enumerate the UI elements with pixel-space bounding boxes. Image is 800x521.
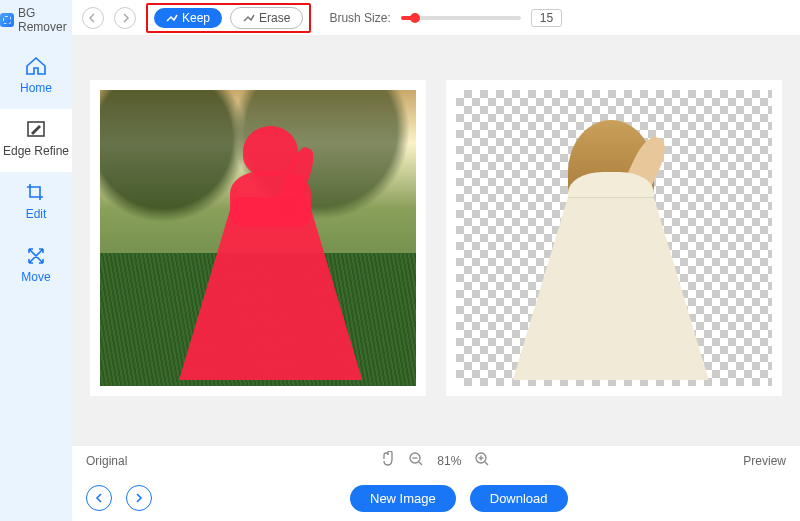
- brush-size-slider-wrap: [401, 16, 521, 20]
- undo-icon: [88, 13, 98, 23]
- keep-label: Keep: [182, 11, 210, 25]
- zoom-out-icon: [409, 452, 423, 466]
- original-image[interactable]: [100, 90, 416, 386]
- brush-size-value[interactable]: 15: [531, 9, 562, 27]
- sidebar-item-home[interactable]: Home: [0, 46, 72, 109]
- keep-mask-overlay: [179, 126, 362, 381]
- next-button[interactable]: [126, 485, 152, 511]
- app-root: BG Remover Home Edge Refine Edit Move: [0, 0, 800, 521]
- sidebar-item-edit[interactable]: Edit: [0, 172, 72, 235]
- zoom-value: 81%: [437, 454, 461, 468]
- brush-size-label: Brush Size:: [329, 11, 390, 25]
- slider-knob[interactable]: [410, 13, 420, 23]
- chevron-right-icon: [135, 493, 143, 503]
- sidebar-item-label: Home: [20, 81, 52, 95]
- erase-brush-icon: [243, 13, 255, 23]
- redo-icon: [120, 13, 130, 23]
- sidebar-item-edge-refine[interactable]: Edge Refine: [0, 109, 72, 172]
- sidebar-item-label: Move: [21, 270, 50, 284]
- redo-button[interactable]: [114, 7, 136, 29]
- undo-button[interactable]: [82, 7, 104, 29]
- brush-size-slider[interactable]: [401, 16, 521, 20]
- erase-button[interactable]: Erase: [230, 7, 303, 29]
- sidebar-item-label: Edge Refine: [3, 144, 69, 158]
- move-icon: [25, 245, 47, 265]
- canvas-area: [72, 36, 800, 445]
- svg-line-5: [485, 462, 488, 465]
- pan-button[interactable]: [381, 451, 395, 470]
- preview-image[interactable]: [456, 90, 772, 386]
- preview-label: Preview: [743, 454, 786, 468]
- prev-button[interactable]: [86, 485, 112, 511]
- original-panel: [90, 80, 426, 396]
- home-icon: [25, 56, 47, 76]
- erase-label: Erase: [259, 11, 290, 25]
- original-label: Original: [86, 454, 127, 468]
- main: Keep Erase Brush Size: 15: [72, 0, 800, 521]
- hand-icon: [381, 451, 395, 467]
- sidebar-item-label: Edit: [26, 207, 47, 221]
- download-button[interactable]: Download: [470, 485, 568, 512]
- brand-label: BG Remover: [18, 6, 72, 34]
- new-image-button[interactable]: New Image: [350, 485, 456, 512]
- crop-icon: [25, 182, 47, 202]
- tool-highlight-annotation: Keep Erase: [146, 3, 311, 33]
- sidebar: BG Remover Home Edge Refine Edit Move: [0, 0, 72, 521]
- zoom-out-button[interactable]: [409, 452, 423, 469]
- zoom-in-button[interactable]: [475, 452, 489, 469]
- preview-subject: [513, 120, 709, 380]
- edge-refine-icon: [25, 119, 47, 139]
- keep-brush-icon: [166, 13, 178, 23]
- zoom-in-icon: [475, 452, 489, 466]
- sidebar-item-move[interactable]: Move: [0, 235, 72, 298]
- brand: BG Remover: [0, 6, 72, 34]
- brand-icon: [0, 13, 14, 27]
- status-bar: Original 81% Preview: [72, 445, 800, 475]
- chevron-left-icon: [95, 493, 103, 503]
- toolbar: Keep Erase Brush Size: 15: [72, 0, 800, 36]
- preview-panel: [446, 80, 782, 396]
- keep-button[interactable]: Keep: [154, 8, 222, 28]
- bottom-bar: New Image Download: [72, 475, 800, 521]
- svg-line-2: [419, 462, 422, 465]
